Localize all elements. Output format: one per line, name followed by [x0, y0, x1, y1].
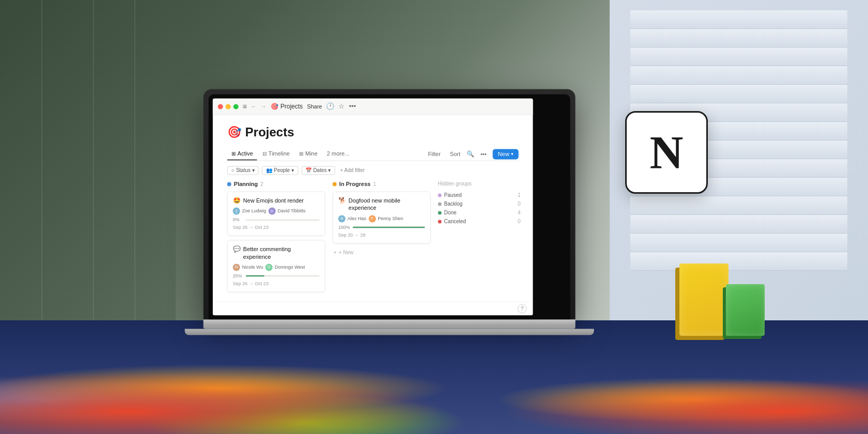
- column-in-progress-count: 1: [373, 181, 376, 187]
- filter-button[interactable]: Filter: [425, 149, 443, 159]
- tab-mine-label: Mine: [305, 150, 318, 157]
- dates-filter[interactable]: 📅 Dates ▾: [301, 166, 335, 175]
- more-button[interactable]: •••: [477, 149, 490, 159]
- canceled-count: 0: [518, 219, 521, 224]
- traffic-lights: [218, 104, 239, 109]
- done-count: 4: [518, 210, 521, 215]
- card-emoji: 🤩: [233, 197, 241, 204]
- person-name-alex: Alex Hao: [348, 216, 367, 221]
- person-name-domingo: Domingo West: [274, 265, 305, 270]
- backlog-count: 0: [518, 201, 521, 207]
- tab-timeline-icon: ⊟: [262, 151, 267, 157]
- hidden-group-backlog[interactable]: Backlog 0: [438, 199, 521, 208]
- panel-line-2: [93, 0, 94, 320]
- hidden-groups-title: Hidden groups: [438, 181, 521, 187]
- add-filter-button[interactable]: + Add filter: [338, 166, 367, 174]
- progress-pct: 0%: [233, 218, 243, 223]
- backlog-label: Backlog: [444, 201, 515, 207]
- bottom-bar: ?: [213, 301, 533, 315]
- progress-pct: 100%: [338, 225, 350, 230]
- laptop-bezel: ≡ ← → 🎯 Projects Share 🕐 ☆ •••: [209, 94, 570, 319]
- card-title-row: 🐕 Dogfood new mobile experience: [338, 197, 425, 212]
- progress-row: 0%: [233, 218, 320, 223]
- laptop-bottom: [185, 329, 594, 335]
- card-title: New Emojis dont render: [243, 197, 304, 204]
- filter-row: ○ Status ▾ 👥 People ▾ 📅 Da: [227, 166, 519, 175]
- status-filter-icon: ○: [231, 167, 235, 173]
- people-filter-icon: 👥: [266, 167, 272, 173]
- dates-filter-arrow: ▾: [328, 167, 331, 173]
- blind-slat: [630, 252, 847, 271]
- tab-timeline-label: Timeline: [269, 150, 290, 157]
- blind-slat: [630, 10, 847, 29]
- menu-icon[interactable]: ≡: [243, 102, 247, 111]
- help-button[interactable]: ?: [518, 304, 527, 313]
- title-bar-actions: Share 🕐 ☆ •••: [307, 102, 356, 110]
- page-heading-icon: 🎯: [227, 126, 241, 139]
- card-dates: Sep 26 → Oct 23: [233, 281, 320, 286]
- blind-slat: [630, 66, 847, 85]
- new-button[interactable]: New ▾: [493, 149, 519, 159]
- status-filter[interactable]: ○ Status ▾: [227, 166, 259, 175]
- progress-bar-fill: [353, 227, 425, 228]
- forward-arrow[interactable]: →: [261, 103, 267, 110]
- card-title: Better commenting experience: [243, 246, 320, 261]
- progress-bar-bg: [246, 219, 320, 221]
- panel-line-3: [134, 0, 135, 320]
- card-commenting[interactable]: 💬 Better commenting experience N Nicole …: [227, 240, 326, 292]
- search-icon[interactable]: 🔍: [467, 150, 474, 158]
- person-name-nicole: Nicole Wu: [242, 265, 264, 270]
- back-arrow[interactable]: ←: [251, 103, 257, 110]
- tab-active[interactable]: ⊞ Active: [227, 148, 257, 160]
- share-button[interactable]: Share: [307, 103, 322, 110]
- page-icon-small: 🎯: [271, 103, 278, 110]
- clock-icon[interactable]: 🕐: [326, 102, 334, 110]
- star-icon[interactable]: ☆: [338, 102, 345, 110]
- laptop-screen: ≡ ← → 🎯 Projects Share 🕐 ☆ •••: [213, 98, 533, 315]
- in-progress-status-dot: [333, 182, 337, 186]
- column-planning-title: Planning: [234, 181, 258, 187]
- hidden-group-paused[interactable]: Paused 1: [438, 191, 521, 199]
- person-name-david: David Tibbitts: [277, 209, 305, 214]
- paused-dot: [438, 193, 442, 197]
- avatar-zoe: Z: [233, 208, 240, 215]
- sort-button[interactable]: Sort: [447, 149, 463, 159]
- column-in-progress-title: In Progress: [339, 181, 371, 187]
- tab-mine[interactable]: ⊞ Mine: [295, 148, 322, 160]
- card-title-row: 🤩 New Emojis dont render: [233, 197, 320, 204]
- card-people: A Alex Hao P Penny Shen: [338, 215, 425, 222]
- progress-bar-bg: [353, 227, 425, 228]
- maximize-button[interactable]: [234, 104, 239, 109]
- notion-n-letter: N: [650, 126, 684, 179]
- done-dot: [438, 211, 442, 214]
- card-new-emojis[interactable]: 🤩 New Emojis dont render Z Zoe Ludwig D …: [227, 191, 326, 236]
- blind-slat: [630, 48, 847, 66]
- avatar-david: D: [268, 208, 275, 215]
- tab-mine-icon: ⊞: [299, 151, 303, 157]
- tab-timeline[interactable]: ⊟ Timeline: [258, 148, 294, 160]
- main-content: 🎯 Projects ⊞ Active ⊟ Timeline: [213, 115, 533, 301]
- hidden-group-done[interactable]: Done 4: [438, 208, 521, 217]
- avatar-nicole: N: [233, 264, 240, 271]
- close-button[interactable]: [218, 104, 223, 109]
- progress-row: 25%: [233, 273, 320, 278]
- tab-more[interactable]: 2 more...: [323, 148, 353, 160]
- card-title: Dogfood new mobile experience: [349, 197, 425, 212]
- laptop-base: [204, 319, 576, 329]
- tab-more-label: 2 more...: [327, 150, 349, 157]
- card-dogfood[interactable]: 🐕 Dogfood new mobile experience A Alex H…: [333, 191, 431, 243]
- panel-line-1: [41, 0, 42, 320]
- hidden-group-canceled[interactable]: Canceled 0: [438, 217, 521, 226]
- laptop: ≡ ← → 🎯 Projects Share 🕐 ☆ •••: [204, 89, 576, 335]
- avatar-domingo: D: [265, 264, 272, 271]
- canceled-label: Canceled: [444, 219, 515, 224]
- block-yellow: [679, 264, 729, 336]
- people-filter[interactable]: 👥 People ▾: [262, 166, 298, 175]
- blind-slat: [630, 215, 847, 234]
- minimize-button[interactable]: [226, 104, 231, 109]
- add-card-in-progress[interactable]: + + New: [333, 247, 431, 257]
- blind-slat: [630, 85, 847, 103]
- more-options-icon[interactable]: •••: [349, 102, 356, 110]
- column-in-progress: In Progress 1 🐕 Dogfood new mobile exper…: [333, 181, 431, 301]
- add-card-icon: +: [334, 250, 337, 255]
